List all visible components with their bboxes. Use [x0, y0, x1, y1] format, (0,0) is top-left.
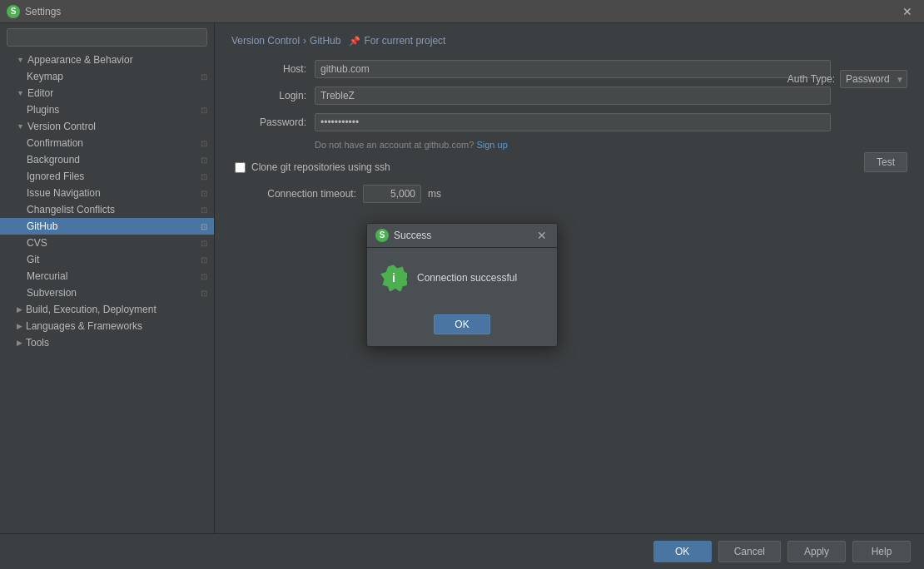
success-modal: S Success ✕ i Connection successful OK [366, 223, 558, 347]
modal-overlay: S Success ✕ i Connection successful OK [0, 0, 924, 569]
modal-close-button[interactable]: ✕ [535, 230, 549, 241]
success-icon: i [380, 265, 407, 291]
modal-footer: OK [367, 308, 557, 346]
modal-titlebar: S Success ✕ [367, 224, 557, 248]
modal-message: Connection successful [417, 272, 517, 284]
modal-title: Success [394, 230, 535, 241]
modal-body: i Connection successful [367, 248, 557, 308]
modal-ok-button[interactable]: OK [434, 314, 489, 334]
svg-text:i: i [392, 271, 395, 284]
success-title-icon: S [375, 229, 389, 242]
